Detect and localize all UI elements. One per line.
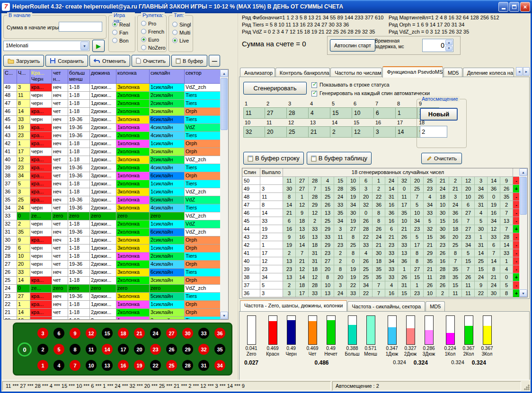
table-row[interactable]: 240ze...zerozerozerozerozeroVdZ_zch: [4, 285, 220, 293]
board-number-28[interactable]: 28: [182, 360, 193, 371]
board-number-19[interactable]: 19: [134, 360, 145, 371]
spin-table-row[interactable]: 38341314128201925353326151128352624210+: [242, 273, 519, 281]
tab-scroll-left-button[interactable]: ◄: [516, 67, 523, 76]
radio-fan[interactable]: Fan: [112, 28, 134, 36]
column-header[interactable]: четн...: [52, 70, 68, 84]
start-sum-input[interactable]: [59, 22, 102, 32]
board-number-12[interactable]: 12: [86, 328, 97, 339]
radio-french[interactable]: French: [141, 27, 165, 35]
table-row[interactable]: 4323кра...неч19-362дюжи...2колонка4сикла…: [4, 132, 220, 140]
board-number-27[interactable]: 27: [166, 328, 177, 339]
spin-table-row[interactable]: 4419161333293272826621233230182730127+: [242, 225, 519, 233]
spins-scroll-up-button[interactable]: ▲: [519, 168, 527, 176]
board-number-26[interactable]: 26: [166, 344, 177, 355]
board-number-0[interactable]: 0: [18, 342, 32, 357]
main-tab-2[interactable]: Частоты по числам: [330, 68, 382, 78]
generate-button[interactable]: Сгенерировать: [243, 82, 307, 95]
board-number-13[interactable]: 13: [102, 360, 113, 371]
undo-button[interactable]: Отменить: [89, 55, 130, 67]
table-row[interactable]: 363кра...неч1-181дюжи...3колонка1сиклайн…: [4, 188, 220, 196]
table-row[interactable]: 2514кра...чет1-182дюжи...2колонка3сиклай…: [4, 277, 220, 285]
board-number-23[interactable]: 23: [150, 344, 161, 355]
board-number-22[interactable]: 22: [150, 360, 161, 371]
board-number-8[interactable]: 8: [70, 344, 80, 355]
column-header[interactable]: колонка: [116, 70, 150, 84]
table-row[interactable]: 4811черннеч1-181дюжи...2колонка2сиклайнT…: [4, 92, 220, 100]
table-row[interactable]: 309кра...неч1-181дюжи...3колонка2сиклайн…: [4, 236, 220, 245]
frequency-tab-2[interactable]: MD5: [426, 301, 445, 311]
close-button[interactable]: ×: [520, 2, 530, 12]
radio-bon[interactable]: Bon: [112, 36, 134, 44]
table-row[interactable]: 3525кра...неч19-363дюжи...1колонка5сикла…: [4, 196, 220, 204]
table-row[interactable]: 3834кра...чет19-363дюжи...1колонка6сикла…: [4, 172, 220, 180]
spin-table-row[interactable]: 39232312182081925353312721283571584-: [242, 265, 519, 273]
delay-input[interactable]: [424, 40, 444, 51]
table-row[interactable]: 493кра...неч1-181дюжи...3колонка1сиклайн…: [4, 84, 220, 92]
table-row[interactable]: 221кра...неч1-181дюжи...1колонка1сиклайн…: [4, 301, 220, 309]
radio-nozero[interactable]: NoZero: [141, 44, 165, 52]
board-number-1[interactable]: 1: [37, 360, 48, 371]
minimize-button[interactable]: [498, 2, 508, 12]
board-number-35[interactable]: 35: [214, 344, 225, 355]
main-tab-1[interactable]: Контроль банкролла: [275, 68, 330, 78]
profile-combobox[interactable]: 1Melonati ▼: [3, 41, 89, 51]
board-number-21[interactable]: 21: [134, 328, 145, 339]
main-tab-5[interactable]: Деление колеса на: [463, 68, 514, 78]
board-number-6[interactable]: 6: [53, 328, 64, 339]
table-row[interactable]: 4012кра...чет1-181дюжи...3колонка2сиклай…: [4, 156, 220, 164]
maximize-button[interactable]: [509, 2, 519, 12]
table-row[interactable]: 3923кра...неч19-362дюжи...2колонка4сикла…: [4, 164, 220, 172]
autoshift-input[interactable]: [420, 126, 447, 138]
board-number-4[interactable]: 4: [53, 360, 64, 371]
spin-table-row[interactable]: 49330277152835321402523242120343626+: [242, 185, 519, 193]
board-number-3[interactable]: 3: [37, 328, 48, 339]
tab-scroll-right-button[interactable]: ►: [523, 67, 530, 76]
history-scroll-up-button[interactable]: ▲: [220, 70, 228, 77]
board-number-29[interactable]: 29: [182, 344, 193, 355]
board-number-32[interactable]: 32: [198, 344, 209, 355]
board-number-2[interactable]: 2: [37, 344, 48, 355]
spins-scroll-thumb[interactable]: [520, 177, 527, 215]
clear-button[interactable]: Очистить: [132, 55, 170, 67]
table-row[interactable]: 2633черннеч19-363дюжи...3колонка6сиклайн…: [4, 269, 220, 277]
collapse-button[interactable]: —: [209, 55, 220, 67]
spins-scroll-down-button[interactable]: ▼: [519, 289, 527, 297]
delay-down-button[interactable]: ▼: [445, 46, 452, 52]
table-row[interactable]: 2114кра...чет1-182дюжи...2колонка3сиклай…: [4, 309, 220, 317]
table-row[interactable]: 3135черннеч19-363дюжи...2колонка6сиклайн…: [4, 228, 220, 236]
board-number-18[interactable]: 18: [118, 328, 129, 339]
board-number-17[interactable]: 17: [118, 344, 129, 355]
profile-dropdown-button[interactable]: ▼: [80, 42, 89, 50]
spin-table-row[interactable]: 50112728415106124322025212123149-: [242, 177, 519, 185]
board-number-14[interactable]: 14: [102, 344, 113, 355]
spin-table-row[interactable]: 37521828103223474311262615119245-: [242, 281, 519, 289]
spin-table-row[interactable]: 40121321312720261834368351671525141-: [242, 257, 519, 265]
column-header[interactable]: Кра...Черн: [30, 70, 52, 84]
table-row[interactable]: 322чернчет1-181дюжи...2колонка1сиклайнVd…: [4, 220, 220, 228]
board-number-20[interactable]: 20: [134, 344, 145, 355]
autospin-start-button[interactable]: Автоспин старт: [330, 39, 375, 52]
board-number-16[interactable]: 16: [118, 360, 129, 371]
table-row[interactable]: 2810чернчет1-181дюжи...1колонка2сиклайнT…: [4, 253, 220, 261]
radio-pro[interactable]: Pro: [141, 19, 165, 27]
column-header[interactable]: сиклайн: [150, 70, 185, 84]
radio-live[interactable]: Live: [172, 36, 192, 44]
new-button[interactable]: Новый: [420, 108, 458, 121]
load-button[interactable]: Загрузить: [3, 55, 44, 67]
history-scroll-down-button[interactable]: ▼: [220, 312, 228, 319]
board-number-34[interactable]: 34: [214, 360, 225, 371]
table-row[interactable]: 478чернчет1-181дюжи...2колонка2сиклайнTi…: [4, 100, 220, 108]
spin-table-row[interactable]: 432391613331182224212651536202313328-: [242, 233, 519, 241]
board-number-30[interactable]: 30: [182, 328, 193, 339]
radio-singl[interactable]: Singl: [172, 20, 192, 28]
spin-table-row[interactable]: 46142191213353008363510333036274167-: [242, 209, 519, 217]
column-header[interactable]: сектор: [185, 70, 221, 84]
generate-each-spin-checkbox[interactable]: ✓ Генерировать на каждый спин автоматиче…: [311, 90, 430, 96]
clear-generated-button[interactable]: Очистить: [421, 153, 462, 164]
board-number-33[interactable]: 33: [198, 328, 209, 339]
copy-table-button[interactable]: В буфер таблицу: [307, 152, 372, 165]
table-row[interactable]: 4614кра...чет1-182дюжи...2колонка3сиклай…: [4, 108, 220, 116]
delay-up-button[interactable]: ▲: [445, 40, 452, 45]
table-row[interactable]: 2327кра...неч19-363дюжи...3колонка5сикла…: [4, 293, 220, 301]
table-row[interactable]: 330ze...zerozerozerozerozeroVdZ_zch: [4, 212, 220, 220]
